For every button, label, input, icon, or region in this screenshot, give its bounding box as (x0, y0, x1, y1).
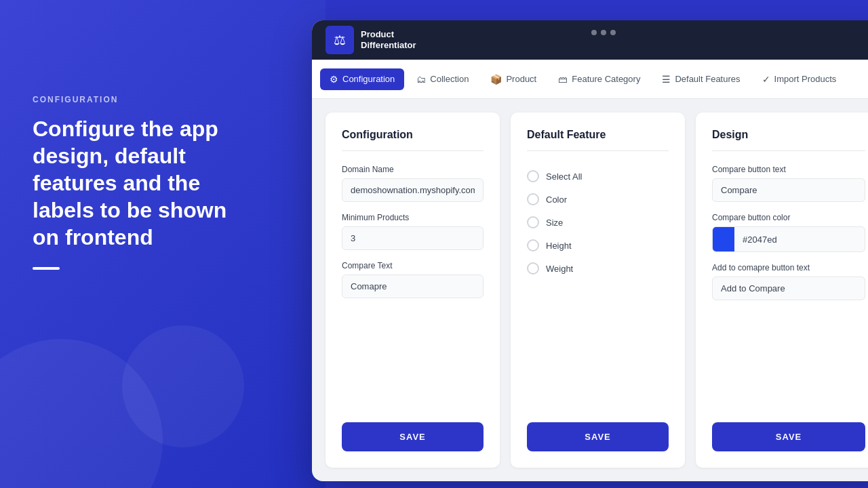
tab-collection[interactable]: 🗂 Collection (407, 68, 478, 90)
checkbox-size: Size (527, 211, 669, 234)
feature-category-icon: 🗃 (558, 74, 568, 85)
tab-default-features[interactable]: ☰ Default Features (652, 68, 749, 90)
checkbox-weight-input[interactable] (527, 262, 539, 274)
checkbox-height: Height (527, 234, 669, 257)
domain-name-group: Domain Name (342, 165, 484, 202)
default-feature-card: Default Feature Select All Color Size He… (511, 113, 685, 468)
decorative-circle-2 (122, 325, 244, 447)
window-dots (591, 30, 616, 35)
configuration-save-button[interactable]: SAVE (342, 422, 484, 451)
design-card-title: Design (712, 129, 865, 151)
product-icon: 📦 (490, 74, 502, 85)
checkbox-select-all-input[interactable] (527, 170, 539, 182)
default-features-icon: ☰ (662, 74, 671, 85)
color-hex-input[interactable] (734, 228, 865, 251)
tab-configuration[interactable]: ⚙ Configuration (320, 68, 404, 90)
compare-button-text-input[interactable] (712, 178, 865, 202)
color-swatch[interactable] (713, 227, 734, 251)
compare-button-color-group: Compare button color (712, 213, 865, 252)
compare-button-text-label: Compare button text (712, 165, 865, 174)
checkbox-select-all-label: Select All (546, 171, 582, 182)
compare-button-color-label: Compare button color (712, 213, 865, 222)
min-products-group: Minimum Products (342, 213, 484, 250)
default-feature-save-button[interactable]: SAVE (527, 422, 669, 451)
compare-text-label: Compare Text (342, 261, 484, 270)
dot-2 (601, 30, 606, 35)
tab-import-products[interactable]: ✓ Import Products (753, 68, 846, 90)
config-icon: ⚙ (330, 74, 338, 85)
checkbox-weight: Weight (527, 257, 669, 280)
collection-icon: 🗂 (416, 74, 426, 85)
checkbox-size-input[interactable] (527, 216, 539, 228)
checkbox-color: Color (527, 188, 669, 211)
compare-button-text-group: Compare button text (712, 165, 865, 202)
compare-text-input[interactable] (342, 274, 484, 298)
import-icon: ✓ (762, 74, 770, 85)
checkbox-size-label: Size (546, 218, 563, 228)
domain-name-input[interactable] (342, 178, 484, 202)
configuration-card: Configuration Domain Name Minimum Produc… (326, 113, 500, 468)
min-products-input[interactable] (342, 226, 484, 250)
design-card: Design Compare button text Compare butto… (696, 113, 868, 468)
left-panel: CONFIGURATION Configure the app design, … (33, 95, 250, 270)
configuration-card-title: Configuration (342, 129, 484, 151)
add-to-compare-text-input[interactable] (712, 277, 865, 300)
headline-text: Configure the app design, default featur… (33, 115, 250, 251)
min-products-label: Minimum Products (342, 213, 484, 222)
add-to-compare-text-group: Add to comapre button text (712, 263, 865, 300)
checkbox-height-input[interactable] (527, 239, 539, 251)
checkbox-select-all: Select All (527, 165, 669, 188)
design-save-button[interactable]: SAVE (712, 422, 865, 451)
app-logo: ⚖ Product Differentiator (326, 26, 416, 54)
color-input-wrapper (712, 226, 865, 252)
dot-1 (591, 30, 597, 35)
dot-3 (610, 30, 616, 35)
logo-text: Product Differentiator (361, 29, 416, 50)
tab-feature-category[interactable]: 🗃 Feature Category (549, 68, 650, 90)
divider-line (33, 267, 60, 270)
app-header: ⚖ Product Differentiator (312, 20, 868, 60)
add-to-compare-text-label: Add to comapre button text (712, 263, 865, 272)
domain-name-label: Domain Name (342, 165, 484, 174)
section-label: CONFIGURATION (33, 95, 250, 104)
checkbox-height-label: Height (546, 241, 572, 251)
app-container: ⚖ Product Differentiator ⚙ Configuration… (312, 20, 868, 481)
checkbox-weight-label: Weight (546, 264, 573, 274)
checkbox-color-input[interactable] (527, 193, 539, 205)
compare-text-group: Compare Text (342, 261, 484, 298)
default-feature-card-title: Default Feature (527, 129, 669, 151)
nav-tabs: ⚙ Configuration 🗂 Collection 📦 Product 🗃… (312, 60, 868, 99)
content-area: Configuration Domain Name Minimum Produc… (312, 99, 868, 481)
checkbox-color-label: Color (546, 195, 567, 205)
logo-icon: ⚖ (326, 26, 354, 54)
tab-product[interactable]: 📦 Product (481, 68, 546, 90)
